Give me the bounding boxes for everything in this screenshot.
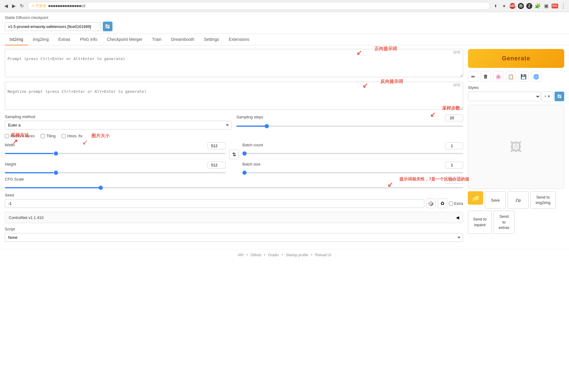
main-tabs: txt2img img2img Extras PNG Info Checkpoi… <box>0 34 569 45</box>
seed-dice-button[interactable]: 🎲 <box>426 199 436 208</box>
browser-navigation: ◀ ▶ ↻ <box>3 2 25 9</box>
tab-checkpoint-merger[interactable]: Checkpoint Merger <box>102 34 147 45</box>
z-icon[interactable]: Z <box>526 3 532 9</box>
batch-size-slider[interactable] <box>242 172 463 173</box>
dot-4: • <box>311 253 312 257</box>
paste-button[interactable]: 📋 <box>506 71 516 82</box>
seed-row: 🎲 ♻ Extra <box>5 199 463 208</box>
batch-count-input[interactable] <box>445 142 463 149</box>
size-annotation: 图片大小 <box>91 133 109 139</box>
panda-icon[interactable]: 🐼 <box>518 3 524 9</box>
sampling-steps-slider[interactable] <box>236 126 463 127</box>
forward-button[interactable]: ▶ <box>11 2 17 9</box>
open-folder-button[interactable]: 📁 <box>468 191 483 205</box>
restore-faces-input[interactable] <box>5 134 9 138</box>
tiling-input[interactable] <box>41 134 45 138</box>
batch-count-slider[interactable] <box>242 153 463 154</box>
security-warning-icon: ⚠ 不安全 <box>31 3 46 8</box>
sampling-steps-header: Sampling steps <box>236 114 463 121</box>
hires-fix-checkbox[interactable]: Hires. fix <box>62 134 83 138</box>
seed-label: Seed <box>5 193 463 197</box>
positive-prompt-container: 0/75 正向提示词 ↙ <box>5 49 463 78</box>
sidebar-icon[interactable]: ▣ <box>543 3 549 9</box>
restore-faces-label: Restore faces <box>11 134 35 138</box>
github-link[interactable]: Github <box>251 253 261 257</box>
edit-button[interactable]: ✏ <box>468 71 478 82</box>
script-section: Script None <box>5 227 463 242</box>
swirl-button[interactable]: 🌀 <box>531 71 541 82</box>
browser-menu-button[interactable]: ⋮ <box>561 3 566 9</box>
startup-link[interactable]: Startup profile <box>286 253 308 257</box>
seed-input[interactable] <box>5 199 424 208</box>
folder-icon: 📁 <box>472 194 480 202</box>
styles-clear-button[interactable]: × ▼ <box>542 92 553 101</box>
extension-icon[interactable]: 🧩 <box>535 3 541 9</box>
abp-icon[interactable]: ABP <box>509 3 515 9</box>
generate-button[interactable]: Generate <box>468 49 564 68</box>
sampling-steps-input[interactable] <box>445 114 463 121</box>
batch-size-input[interactable] <box>445 162 463 169</box>
zip-button[interactable]: Zip <box>508 191 529 209</box>
controlnet-bar[interactable]: ControlNet v1.1.410 ◀ <box>5 212 463 223</box>
tab-dreambooth[interactable]: Dreambooth <box>166 34 199 45</box>
width-input[interactable] <box>208 142 226 149</box>
swap-dimensions-button[interactable]: ⇅ <box>229 150 239 159</box>
action-icons: ✏ 🗑 🌸 📋 💾 🌀 <box>468 71 564 82</box>
tab-settings[interactable]: Settings <box>199 34 224 45</box>
sampling-method-select[interactable]: Euler a DPM++ 2M Karras DDIM <box>5 121 232 129</box>
send-extras-button[interactable]: Send to extras <box>494 211 515 234</box>
height-slider[interactable] <box>5 172 226 173</box>
negative-prompt-input[interactable] <box>5 82 463 110</box>
checkpoint-label: Stable Diffusion checkpoint <box>5 16 564 20</box>
controlnet-label: ControlNet v1.1.410 <box>9 215 44 220</box>
controlnet-collapse-button[interactable]: ◀ <box>456 215 459 220</box>
extra-checkbox-input[interactable] <box>449 202 453 205</box>
send-img2img-button[interactable]: Send to img2img <box>531 191 555 209</box>
cn-icon[interactable]: 勤松 <box>552 4 558 8</box>
gradio-link[interactable]: Gradio <box>268 253 279 257</box>
swirl-icon: 🌀 <box>533 74 539 80</box>
positive-prompt-input[interactable] <box>5 49 463 77</box>
browser-chrome: ◀ ▶ ↻ ⚠ 不安全 ■■■■■■■■■■■■■■s9 ⬆ ★ ABP 🐼 Z… <box>0 0 569 12</box>
styles-reload-button[interactable]: 🔄 <box>555 92 564 101</box>
width-slider[interactable] <box>5 153 226 154</box>
trash-button[interactable]: 🗑 <box>481 71 491 82</box>
script-select[interactable]: None <box>5 233 463 242</box>
height-header: Height <box>5 162 226 169</box>
styles-label: Styles <box>468 85 564 90</box>
api-link[interactable]: API <box>238 253 244 257</box>
tiling-checkbox[interactable]: Tiling <box>41 134 56 138</box>
sampling-method-label: Sampling method <box>5 114 232 119</box>
recycle-icon: ♻ <box>440 201 444 206</box>
address-bar[interactable]: ⚠ 不安全 ■■■■■■■■■■■■■■s9 <box>27 2 490 10</box>
tab-img2img[interactable]: img2img <box>28 34 54 45</box>
cfg-scale-slider[interactable] <box>5 187 463 188</box>
styles-select[interactable] <box>468 92 540 101</box>
batch-count-label: Batch count <box>242 143 263 147</box>
image-preview: 🖼 <box>468 105 564 189</box>
tab-extensions[interactable]: Extensions <box>224 34 254 45</box>
checkpoint-reload-button[interactable]: 🔄 <box>103 22 112 31</box>
checkpoint-select[interactable]: v1-5-pruned-emaonly.safetensors [6ce0161… <box>5 22 100 31</box>
batch-count-header: Batch count <box>242 142 463 149</box>
seed-recycle-button[interactable]: ♻ <box>438 199 447 208</box>
hires-fix-input[interactable] <box>62 134 66 138</box>
refresh-button[interactable]: ↻ <box>19 2 25 9</box>
save-button[interactable]: Save <box>485 191 506 209</box>
batch-size-group: Batch size <box>242 162 463 174</box>
height-input[interactable] <box>208 162 226 169</box>
restore-faces-checkbox[interactable]: Restore faces <box>5 134 35 138</box>
batch-count-group: Batch count <box>242 142 463 155</box>
size-annotation-wrapper: 图片大小 ↙ <box>91 133 109 139</box>
tab-txt2img[interactable]: txt2img <box>5 34 28 45</box>
pink-button[interactable]: 🌸 <box>493 71 503 82</box>
reload-ui-link[interactable]: Reload UI <box>315 253 331 257</box>
extra-checkbox[interactable]: Extra <box>449 201 463 206</box>
tab-train[interactable]: Train <box>147 34 166 45</box>
cfg-scale-input[interactable] <box>445 177 463 184</box>
tab-extras[interactable]: Extras <box>54 34 75 45</box>
save-disk-button[interactable]: 💾 <box>518 71 529 82</box>
send-inpaint-button[interactable]: Send to inpaint <box>468 211 492 234</box>
tab-png-info[interactable]: PNG Info <box>75 34 102 45</box>
back-button[interactable]: ◀ <box>3 2 9 9</box>
